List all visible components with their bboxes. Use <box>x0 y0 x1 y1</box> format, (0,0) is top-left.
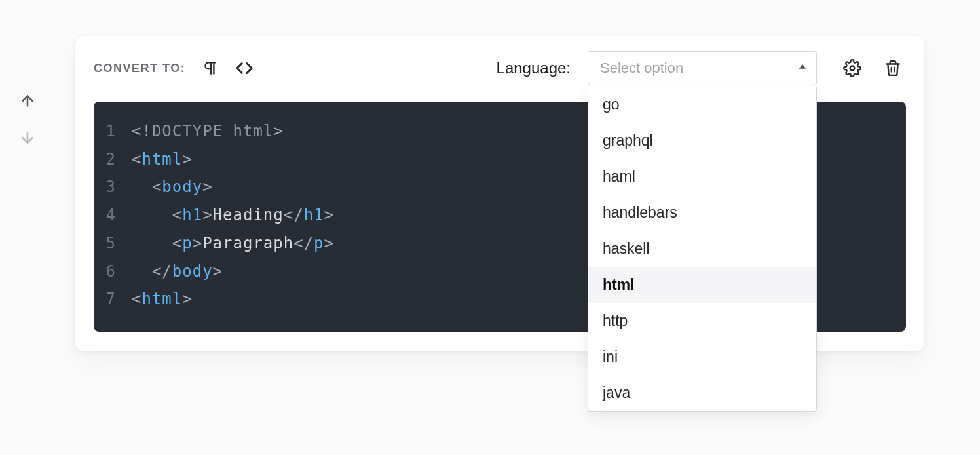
paragraph-icon <box>202 60 219 77</box>
language-label: Language: <box>497 59 571 77</box>
code-content: <p>Paragraph</p> <box>132 229 334 258</box>
code-content: <body> <box>132 173 213 201</box>
line-number: 4 <box>94 201 132 229</box>
language-combobox[interactable]: gographqlhamlhandlebarshaskellhtmlhttpin… <box>588 51 817 85</box>
settings-button[interactable] <box>839 55 865 81</box>
gear-icon <box>843 59 861 77</box>
language-dropdown: gographqlhamlhandlebarshaskellhtmlhttpin… <box>588 87 817 412</box>
arrow-up-icon <box>19 92 36 109</box>
language-option-ini[interactable]: ini <box>588 339 816 375</box>
convert-paragraph-button[interactable] <box>197 55 223 81</box>
language-option-haml[interactable]: haml <box>588 159 816 195</box>
code-content: <h1>Heading</h1> <box>132 201 334 229</box>
move-down-button[interactable] <box>18 129 37 147</box>
toolbar: CONVERT TO: Language: gographqlhamlhandl… <box>94 50 906 86</box>
code-content: </body> <box>132 258 223 286</box>
language-option-haskell[interactable]: haskell <box>588 231 816 267</box>
language-option-html[interactable]: html <box>588 267 816 303</box>
code-content: <html> <box>132 285 193 313</box>
code-block-card: CONVERT TO: Language: gographqlhamlhandl… <box>75 36 924 351</box>
language-option-handlebars[interactable]: handlebars <box>588 195 816 231</box>
right-icon-group <box>839 55 906 81</box>
code-icon <box>235 58 254 78</box>
svg-point-2 <box>850 66 855 71</box>
trash-icon <box>884 60 901 77</box>
delete-button[interactable] <box>880 55 906 81</box>
line-number: 2 <box>94 146 132 174</box>
convert-code-button[interactable] <box>231 55 257 81</box>
line-number: 1 <box>94 117 132 146</box>
convert-to-label: CONVERT TO: <box>94 62 185 75</box>
line-number: 3 <box>94 173 132 201</box>
language-option-graphql[interactable]: graphql <box>588 123 816 159</box>
line-number: 6 <box>94 258 132 286</box>
code-content: <!DOCTYPE html> <box>132 117 284 146</box>
side-controls <box>18 92 37 147</box>
language-option-go[interactable]: go <box>588 87 816 123</box>
move-up-button[interactable] <box>18 92 37 110</box>
arrow-down-icon <box>19 129 36 146</box>
language-input[interactable] <box>588 51 817 85</box>
line-number: 5 <box>94 229 132 258</box>
language-option-http[interactable]: http <box>588 303 816 339</box>
code-content: <html> <box>132 146 193 174</box>
language-option-java[interactable]: java <box>588 375 816 411</box>
line-number: 7 <box>94 285 132 313</box>
